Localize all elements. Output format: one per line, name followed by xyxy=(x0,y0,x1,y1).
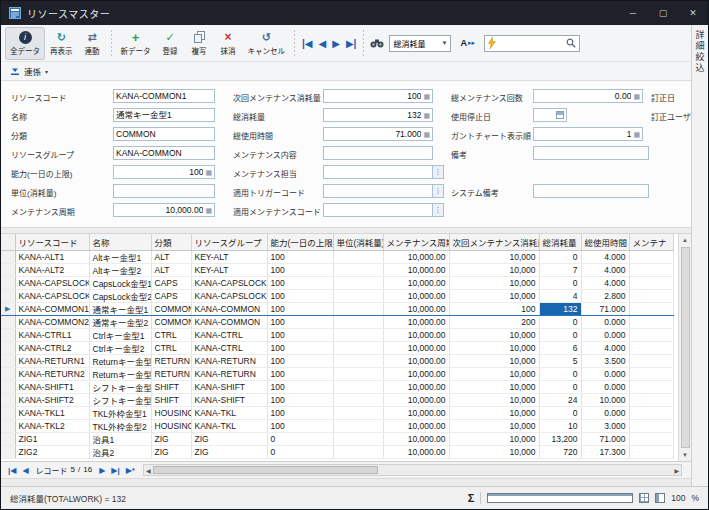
grid-cell[interactable]: 10,000 xyxy=(449,276,539,289)
scroll-down-icon[interactable]: ▼ xyxy=(682,449,688,461)
grid-cell[interactable]: 通常キー金型2 xyxy=(89,315,151,328)
refresh-button[interactable]: ↻ 再表示 xyxy=(45,27,78,60)
next-record-toolbar-button[interactable]: ▶ xyxy=(329,38,343,49)
grid-cell[interactable] xyxy=(333,315,383,328)
table-row[interactable]: KANA-RETURN1Returnキー金型1RETURNKANA-RETURN… xyxy=(1,354,673,367)
remarks-field[interactable] xyxy=(533,146,649,160)
column-header[interactable]: 分類 xyxy=(151,234,191,250)
unit-field[interactable] xyxy=(113,184,215,198)
table-row[interactable]: ZIG2治具2ZIGZIG010,000.0010,00072017.300 xyxy=(1,445,673,458)
column-header[interactable]: 単位(消耗量) xyxy=(333,234,383,250)
grid-cell[interactable] xyxy=(629,289,673,302)
grid-cell[interactable] xyxy=(333,445,383,458)
row-indicator[interactable] xyxy=(1,354,15,367)
column-header[interactable]: 総消耗量 xyxy=(539,234,581,250)
scroll-up-icon[interactable]: ▲ xyxy=(682,234,688,246)
row-indicator[interactable] xyxy=(1,393,15,406)
grid-cell[interactable]: 100 xyxy=(267,263,333,276)
sum-icon[interactable]: Σ xyxy=(468,492,475,504)
all-data-button[interactable]: i 全データ xyxy=(5,27,45,60)
row-indicator[interactable] xyxy=(1,445,15,458)
grid-cell[interactable]: 100 xyxy=(267,419,333,432)
grid-cell[interactable]: 10,000.00 xyxy=(383,380,449,393)
grid-cell[interactable] xyxy=(333,432,383,445)
grid-cell[interactable] xyxy=(629,445,673,458)
prev-record-button[interactable]: ◀ xyxy=(19,466,31,475)
grid-cell[interactable] xyxy=(333,263,383,276)
stop-date-field[interactable] xyxy=(533,108,567,122)
grid-cell[interactable]: 10,000 xyxy=(449,380,539,393)
grid-cell[interactable]: 10,000 xyxy=(449,432,539,445)
lookup-button[interactable]: ⋮ xyxy=(433,165,444,179)
calendar-icon[interactable] xyxy=(556,111,564,119)
row-indicator[interactable] xyxy=(1,367,15,380)
incremental-search-button[interactable]: A ▸▸ xyxy=(456,36,479,50)
table-row[interactable]: KANA-TKL2TKL外枠金型2HOUSINGKANA-TKL10010,00… xyxy=(1,419,673,432)
close-button[interactable]: ✕ xyxy=(678,1,708,25)
grid-cell[interactable]: ZIG2 xyxy=(15,445,89,458)
grid-cell[interactable]: 0.000 xyxy=(581,315,629,328)
grid-cell[interactable]: 100 xyxy=(267,380,333,393)
maintenance-cycle-field[interactable]: 10,000.00▦ xyxy=(113,203,215,217)
prev-record-toolbar-button[interactable]: ◀ xyxy=(316,38,330,49)
grid-cell[interactable] xyxy=(629,341,673,354)
minimize-button[interactable]: ─ xyxy=(618,1,648,25)
grid-cell[interactable]: 治具1 xyxy=(89,432,151,445)
grid-cell[interactable]: KANA-RETURN1 xyxy=(15,354,89,367)
grid-cell[interactable] xyxy=(629,419,673,432)
new-data-button[interactable]: + 新データ xyxy=(116,27,156,60)
grid-cell[interactable]: 200 xyxy=(449,315,539,328)
find-binoculars-icon[interactable] xyxy=(368,36,386,50)
linkage-button[interactable]: 連係 xyxy=(24,65,41,77)
column-header[interactable]: リソースコード xyxy=(15,234,89,250)
cancel-button[interactable]: ↺ キャンセル xyxy=(243,27,291,60)
vertical-scrollbar[interactable]: ▲ ▼ xyxy=(678,234,691,461)
grid-cell[interactable] xyxy=(333,289,383,302)
grid-cell[interactable]: 2.800 xyxy=(581,289,629,302)
grid-cell[interactable]: KANA-CTRL xyxy=(191,341,267,354)
grid-cell[interactable]: 4.000 xyxy=(581,276,629,289)
grid-cell[interactable]: 10,000 xyxy=(449,289,539,302)
grid-cell[interactable]: KANA-TKL xyxy=(191,406,267,419)
grid-cell[interactable]: KANA-RETURN xyxy=(191,354,267,367)
grid-cell[interactable]: 10,000.00 xyxy=(383,263,449,276)
row-indicator[interactable] xyxy=(1,341,15,354)
grid-cell[interactable] xyxy=(333,341,383,354)
grid-cell[interactable]: 10,000.00 xyxy=(383,328,449,341)
grid-cell[interactable]: 0.000 xyxy=(581,380,629,393)
grid-cell[interactable]: KANA-CAPSLOCK1 xyxy=(15,276,89,289)
grid-cell[interactable]: 10,000 xyxy=(449,250,539,263)
grid-cell[interactable]: CTRL xyxy=(151,341,191,354)
grid-cell[interactable]: 100 xyxy=(449,302,539,315)
grid-cell[interactable]: Altキー金型2 xyxy=(89,263,151,276)
grid-cell[interactable]: 71.000 xyxy=(581,432,629,445)
grid-cell[interactable]: KANA-TKL2 xyxy=(15,419,89,432)
grid-cell[interactable] xyxy=(629,315,673,328)
grid-cell[interactable]: Returnキー金型2 xyxy=(89,367,151,380)
grid-cell[interactable]: 100 xyxy=(267,276,333,289)
grid-cell[interactable]: ALT xyxy=(151,263,191,276)
grid-cell[interactable]: 10,000.00 xyxy=(383,276,449,289)
grid-cell[interactable]: SHIFT xyxy=(151,393,191,406)
grid-cell[interactable]: 10,000 xyxy=(449,419,539,432)
row-indicator[interactable] xyxy=(1,276,15,289)
grid-cell[interactable]: 100 xyxy=(267,354,333,367)
trigger-code-field[interactable] xyxy=(323,184,433,198)
scroll-left-icon[interactable]: ◀ xyxy=(144,467,153,474)
table-row[interactable]: KANA-SHIFT1シフトキー金型1SHIFTKANA-SHIFT10010,… xyxy=(1,380,673,393)
grid-cell[interactable]: 10,000.00 xyxy=(383,419,449,432)
grid-cell[interactable]: 5 xyxy=(539,354,581,367)
grid-cell[interactable]: 0 xyxy=(539,250,581,263)
maintenance-code-field[interactable] xyxy=(323,203,433,217)
grid-cell[interactable]: 17.300 xyxy=(581,445,629,458)
grid-cell[interactable]: 10,000 xyxy=(449,393,539,406)
grid-cell[interactable]: HOUSING xyxy=(151,419,191,432)
grid-cell[interactable]: シフトキー金型2 xyxy=(89,393,151,406)
last-record-toolbar-button[interactable]: ▶| xyxy=(343,38,360,49)
row-indicator[interactable] xyxy=(1,432,15,445)
layout-view-icon[interactable] xyxy=(655,493,665,503)
grid-cell[interactable]: 3.000 xyxy=(581,419,629,432)
grid-cell[interactable] xyxy=(333,250,383,263)
column-header[interactable]: 名称 xyxy=(89,234,151,250)
grid-cell[interactable]: CapsLock金型1 xyxy=(89,276,151,289)
